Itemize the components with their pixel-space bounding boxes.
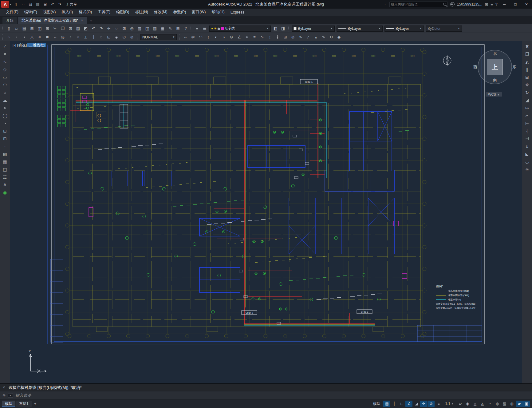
publish-icon[interactable]: ⊞ — [44, 25, 51, 32]
snap-quadrant-icon[interactable]: ◔ — [67, 34, 74, 41]
spline-icon[interactable]: ≈ — [1, 104, 9, 112]
stretch-icon[interactable]: ↦ — [523, 104, 531, 112]
menu-参数p[interactable]: 参数(P) — [171, 9, 189, 16]
chevron-down-icon[interactable]: ▼ — [457, 27, 461, 30]
block-editor-icon[interactable]: ◩ — [82, 25, 89, 32]
snap-mode-toggle[interactable]: ┼ — [391, 401, 398, 407]
search-icon[interactable] — [443, 3, 446, 6]
toolbar-grip[interactable] — [2, 26, 4, 31]
snap-endpoint-icon[interactable]: ▪ — [21, 34, 28, 41]
text-style-combo[interactable]: NORMAL ▼ — [140, 34, 177, 40]
autocad-logo[interactable]: A — [1, 1, 9, 8]
arc-icon[interactable]: ◠ — [1, 81, 9, 89]
menu-格式o[interactable]: 格式(O) — [76, 9, 95, 16]
chamfer-icon[interactable]: ◣ — [523, 150, 531, 158]
ellipse-arc-icon[interactable]: ◔ — [1, 120, 9, 127]
toolbar-grip[interactable] — [191, 26, 192, 31]
break-icon[interactable]: ⊣ — [523, 135, 531, 142]
object-snap-tracking-toggle[interactable]: ✛ — [420, 401, 427, 407]
dim-break-icon[interactable]: ∦ — [274, 34, 281, 41]
viewcube-east[interactable]: 东 — [512, 64, 516, 70]
baseline-dim-icon[interactable]: ≡ — [251, 34, 258, 41]
snap-apparent-icon[interactable]: ✖ — [44, 34, 51, 41]
match-properties-icon[interactable]: ▨ — [74, 25, 82, 32]
cut-icon[interactable]: ✂ — [51, 25, 59, 32]
quick-dim-icon[interactable]: ≈ — [243, 34, 250, 41]
explode-icon[interactable]: ✳ — [523, 166, 531, 173]
hardware-acceleration-toggle[interactable]: ▰ — [516, 401, 523, 407]
fillet-icon[interactable]: ◡ — [523, 158, 531, 165]
make-current-icon[interactable]: ◧ — [272, 25, 279, 32]
snap-tracking-icon[interactable]: ∴ — [5, 34, 13, 41]
tab-document[interactable]: 北京某食品厂净化空调工程设计图* ✕ — [18, 17, 87, 24]
annotation-monitor-toggle[interactable]: ◔ — [486, 401, 493, 407]
chevron-down-icon[interactable]: ▼ — [377, 27, 382, 30]
chevron-down-icon[interactable]: ▼ — [419, 27, 423, 30]
line-icon[interactable]: ∕ — [1, 43, 9, 50]
quick-properties-toggle[interactable]: ▧ — [501, 401, 508, 407]
snap-intersection-icon[interactable]: ✕ — [36, 34, 43, 41]
snap-perpendicular-icon[interactable]: ⊥ — [82, 34, 89, 41]
new-file-icon[interactable]: ▯ — [5, 25, 13, 32]
save-as-icon[interactable]: ▥ — [34, 1, 41, 7]
viewcube-face-up[interactable]: 上 — [487, 59, 503, 75]
radius-dim-icon[interactable]: ◐ — [212, 34, 220, 41]
multiline-text-icon[interactable]: A — [1, 181, 9, 188]
linear-dim-icon[interactable]: ↔ — [182, 34, 189, 41]
dim-style-icon[interactable]: ◆ — [335, 34, 343, 41]
insert-block-icon[interactable]: ⊡ — [1, 127, 9, 135]
layer-lock-icon[interactable] — [218, 28, 220, 30]
menu-编辑e[interactable]: 编辑(E) — [22, 9, 40, 16]
snap-insert-icon[interactable]: ⊡ — [105, 34, 112, 41]
ortho-mode-toggle[interactable]: ∟ — [398, 401, 405, 407]
jogged-dim-icon[interactable]: ◑ — [220, 34, 227, 41]
tab-start[interactable]: 开始 — [2, 17, 17, 24]
command-customize-icon[interactable]: ❋ — [2, 393, 6, 398]
sheet-set-manager-icon[interactable]: ▦ — [159, 25, 166, 32]
trim-icon[interactable]: ✂ — [523, 112, 531, 119]
apps-icon[interactable]: ≡ — [491, 2, 493, 7]
color-combo[interactable]: ByLayer ▼ — [292, 26, 335, 32]
redo-icon[interactable]: ↷ — [57, 1, 63, 7]
close-button[interactable]: ✕ — [522, 1, 531, 8]
layer-combo[interactable]: ●☀ 8冷供 ▼ — [209, 26, 271, 32]
save-icon[interactable]: ▤ — [27, 1, 34, 7]
tolerance-icon[interactable]: ⊞ — [282, 34, 289, 41]
view-control[interactable]: [俯视] — [17, 43, 27, 47]
undo-icon[interactable]: ↶ — [90, 25, 97, 32]
osnap-settings-icon[interactable]: ⊕ — [128, 34, 136, 41]
layer-freeze-icon[interactable]: ☀ — [214, 27, 217, 30]
move-icon[interactable]: ✥ — [523, 81, 531, 89]
new-tab-button[interactable]: + — [88, 17, 94, 24]
command-window-close-icon[interactable]: ✕ — [2, 386, 5, 390]
extend-icon[interactable]: ⊢ — [523, 120, 531, 127]
snap-nearest-icon[interactable]: ◈ — [113, 34, 120, 41]
viewport-menu[interactable]: [-] — [12, 43, 17, 47]
mirror-icon[interactable]: ◭ — [523, 58, 531, 65]
dim-text-align-icon[interactable]: ▴ — [312, 34, 320, 41]
design-center-icon[interactable]: ◫ — [144, 25, 151, 32]
center-mark-icon[interactable]: ⊕ — [289, 34, 297, 41]
menu-express[interactable]: Express — [228, 9, 247, 15]
toolbar-grip[interactable] — [2, 34, 4, 40]
markup-icon[interactable]: ✎ — [167, 25, 174, 32]
tool-palettes-icon[interactable]: ▥ — [151, 25, 159, 32]
lineweight-combo[interactable]: ByLayer ▼ — [384, 26, 424, 32]
units-toggle[interactable]: ◍ — [494, 401, 501, 407]
viewcube-west[interactable]: 西 — [473, 64, 477, 70]
hatch-icon[interactable]: ▨ — [1, 150, 9, 158]
layer-color-icon[interactable] — [221, 27, 224, 30]
aligned-dim-icon[interactable]: ⇄ — [189, 34, 197, 41]
construction-line-icon[interactable]: ✕ — [1, 50, 9, 58]
visual-style-control[interactable]: [二维线框] — [27, 43, 46, 47]
save-icon[interactable]: ▤ — [21, 25, 28, 32]
logo-dropdown-icon[interactable]: ▾ — [10, 3, 11, 6]
polygon-icon[interactable]: ◇ — [1, 66, 9, 73]
menu-窗口w[interactable]: 窗口(W) — [189, 9, 208, 16]
isometric-drafting-toggle[interactable]: ◢ — [413, 401, 420, 407]
viewcube-north[interactable]: 北 — [493, 51, 497, 57]
layout-tab-model[interactable]: 模型 — [2, 401, 15, 407]
lineweight-display-toggle[interactable]: ≡ — [435, 401, 442, 407]
layer-properties-icon[interactable]: ≡ — [193, 25, 201, 32]
break-at-point-icon[interactable]: ∤ — [523, 127, 531, 135]
